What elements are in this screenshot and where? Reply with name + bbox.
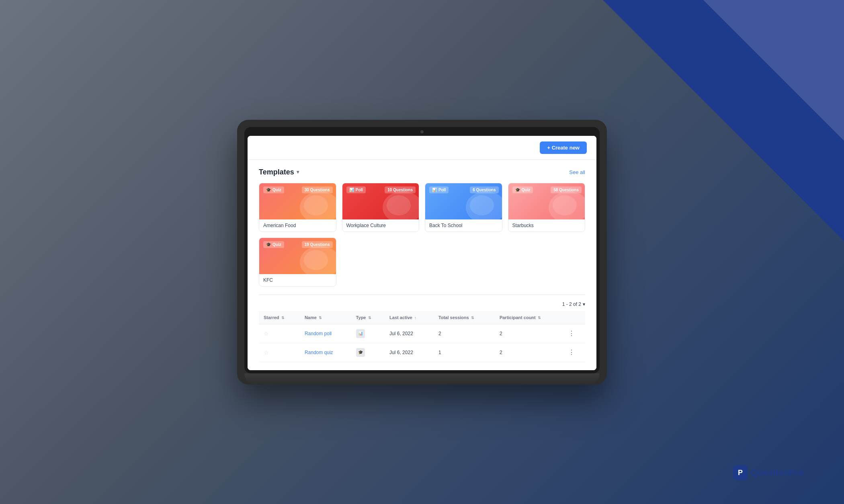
brand-name: QuestionPro: [751, 467, 804, 478]
card-name-4: Starbucks: [512, 223, 534, 228]
row-name-link-2[interactable]: Random quiz: [305, 350, 333, 355]
col-last-active[interactable]: Last active ↑: [385, 311, 434, 324]
card-image-4: 🎓 Quiz 58 Questions: [508, 183, 585, 219]
top-bar: + Create new: [248, 136, 596, 160]
col-participant-count[interactable]: Participant count ⇅: [495, 311, 563, 324]
card-wave2-5: [304, 250, 328, 270]
card-type-badge-5: 🎓 Quiz: [263, 241, 284, 248]
template-card-back-to-school[interactable]: 📊 Poll 6 Questions Back To School: [425, 183, 502, 232]
card-footer-1: American Food: [259, 219, 336, 232]
cell-total-sessions-1: 2: [434, 324, 495, 343]
card-wave2-2: [387, 195, 411, 215]
table-row: ☆ Random poll 📊 Jul 6, 2022 2 2: [259, 324, 585, 343]
star-icon-2[interactable]: ☆: [264, 349, 269, 356]
laptop-shell: + Create new Templates ▾ See all: [237, 120, 607, 385]
card-questions-2: 10 Questions: [385, 186, 416, 193]
more-options-icon-1[interactable]: ⋮: [568, 330, 575, 337]
empty-slot-3: [508, 238, 586, 287]
card-type-icon-2: 📊: [349, 188, 354, 192]
card-wave2-1: [304, 195, 328, 215]
cell-name-1[interactable]: Random poll: [300, 324, 351, 343]
template-card-workplace-culture[interactable]: 📊 Poll 10 Questions Workplace Culture: [342, 183, 420, 232]
card-name-5: KFC: [263, 277, 273, 283]
card-questions-5: 19 Questions: [302, 241, 333, 248]
templates-grid-row2: 🎓 Quiz 19 Questions KFC: [259, 238, 585, 287]
card-wave2-3: [470, 195, 494, 215]
template-card-american-food[interactable]: 🎓 Quiz 30 Questions American Food: [259, 183, 336, 232]
card-footer-4: Starbucks: [508, 219, 585, 232]
camera-dot: [420, 130, 424, 133]
card-type-badge-4: 🎓 Quiz: [512, 186, 533, 193]
card-image-5: 🎓 Quiz 19 Questions: [259, 238, 336, 274]
cell-starred-1[interactable]: ☆: [259, 324, 300, 343]
activities-table: Starred ⇅ Name ⇅ Type ⇅ Last active ↑: [259, 311, 585, 362]
cell-last-active-1: Jul 6, 2022: [385, 324, 434, 343]
cell-last-active-2: Jul 6, 2022: [385, 343, 434, 362]
main-content: Templates ▾ See all 🎓 Quiz: [248, 160, 596, 370]
card-questions-3: 6 Questions: [470, 186, 498, 193]
card-type-badge-3: 📊 Poll: [429, 186, 449, 193]
brand-logo: P QuestionPro: [733, 465, 804, 480]
type-icon-poll-1: 📊: [356, 329, 365, 338]
col-type[interactable]: Type ⇅: [351, 311, 385, 324]
pagination-text: 1 - 2 of 2: [562, 301, 581, 307]
card-image-3: 📊 Poll 6 Questions: [425, 183, 502, 219]
create-new-button[interactable]: + Create new: [540, 141, 587, 154]
templates-chevron-icon[interactable]: ▾: [297, 169, 299, 175]
cell-participant-count-2: 2: [495, 343, 563, 362]
card-footer-2: Workplace Culture: [342, 219, 419, 232]
card-name-3: Back To School: [429, 223, 463, 228]
cell-starred-2[interactable]: ☆: [259, 343, 300, 362]
star-icon-1[interactable]: ☆: [264, 330, 269, 337]
brand-icon-letter: P: [738, 469, 743, 477]
card-image-1: 🎓 Quiz 30 Questions: [259, 183, 336, 219]
cell-total-sessions-2: 1: [434, 343, 495, 362]
card-name-1: American Food: [263, 223, 296, 228]
card-footer-5: KFC: [259, 274, 336, 286]
laptop-keyboard-area: [244, 373, 600, 385]
pagination-info: 1 - 2 of 2 ▾: [562, 301, 585, 307]
cell-type-1: 📊: [351, 324, 385, 343]
card-type-icon-4: 🎓: [515, 188, 520, 192]
see-all-link[interactable]: See all: [569, 169, 585, 175]
card-type-label-3: Poll: [438, 188, 446, 192]
empty-slot-1: [342, 238, 420, 287]
card-type-icon-5: 🎓: [266, 242, 271, 247]
col-total-sessions[interactable]: Total sessions ⇅: [434, 311, 495, 324]
card-type-icon-3: 📊: [432, 188, 437, 192]
card-wave2-4: [553, 195, 577, 215]
screen: + Create new Templates ▾ See all: [248, 136, 596, 370]
card-type-label-2: Poll: [356, 188, 363, 192]
row-name-link-1[interactable]: Random poll: [305, 331, 332, 336]
templates-grid-row1: 🎓 Quiz 30 Questions American Food: [259, 183, 585, 232]
type-icon-quiz-2: 🎓: [356, 348, 365, 357]
template-card-starbucks[interactable]: 🎓 Quiz 58 Questions Starbucks: [508, 183, 586, 232]
templates-title: Templates: [259, 168, 294, 176]
pagination-chevron-icon[interactable]: ▾: [583, 301, 585, 307]
card-name-2: Workplace Culture: [346, 223, 386, 228]
template-card-kfc[interactable]: 🎓 Quiz 19 Questions KFC: [259, 238, 336, 287]
card-type-icon-1: 🎓: [266, 188, 271, 192]
cell-name-2[interactable]: Random quiz: [300, 343, 351, 362]
card-type-label-1: Quiz: [272, 188, 281, 192]
card-type-badge-2: 📊 Poll: [346, 186, 366, 193]
card-type-label-4: Quiz: [522, 188, 531, 192]
col-starred[interactable]: Starred ⇅: [259, 311, 300, 324]
empty-slot-2: [425, 238, 502, 287]
brand-icon: P: [733, 465, 748, 480]
card-questions-4: 58 Questions: [551, 186, 582, 193]
card-type-label-5: Quiz: [272, 242, 281, 247]
cell-more-1[interactable]: ⋮: [563, 324, 585, 343]
table-row: ☆ Random quiz 🎓 Jul 6, 2022 1 2: [259, 343, 585, 362]
section-divider: [259, 295, 585, 295]
col-name[interactable]: Name ⇅: [300, 311, 351, 324]
templates-section-header: Templates ▾ See all: [259, 168, 585, 176]
cell-more-2[interactable]: ⋮: [563, 343, 585, 362]
card-type-badge-1: 🎓 Quiz: [263, 186, 284, 193]
screen-bezel: + Create new Templates ▾ See all: [244, 127, 600, 373]
card-footer-3: Back To School: [425, 219, 502, 232]
more-options-icon-2[interactable]: ⋮: [568, 349, 575, 356]
section-title: Templates ▾: [259, 168, 299, 176]
card-questions-1: 30 Questions: [302, 186, 333, 193]
table-header-row: 1 - 2 of 2 ▾: [259, 301, 585, 307]
